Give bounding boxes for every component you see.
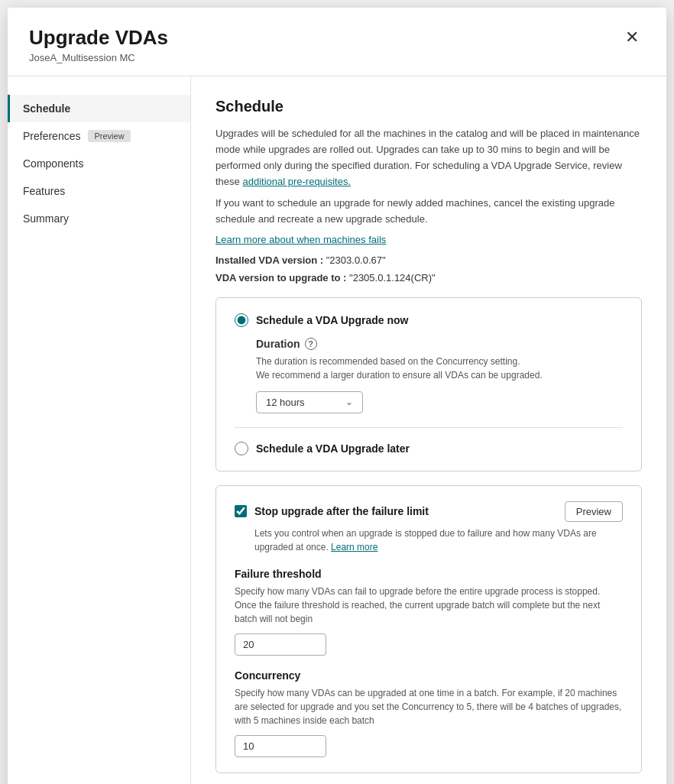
- close-button[interactable]: ✕: [619, 26, 645, 49]
- concurrency-label: Concurrency: [235, 669, 623, 682]
- schedule-now-radio[interactable]: [235, 313, 248, 327]
- duration-help-icon[interactable]: ?: [305, 338, 317, 350]
- upgrade-vda-row: VDA version to upgrade to : "2305.0.1.12…: [215, 272, 642, 283]
- header-text: Upgrade VDAs JoseA_Multisession MC: [29, 26, 168, 63]
- sidebar-item-preferences[interactable]: Preferences Preview: [8, 122, 190, 150]
- sidebar-item-label: Features: [23, 185, 65, 197]
- schedule-card: Schedule a VDA Upgrade now Duration ? Th…: [215, 297, 642, 471]
- installed-vda-row: Installed VDA version : "2303.0.0.67": [215, 254, 642, 266]
- preferences-preview-badge: Preview: [88, 130, 130, 142]
- schedule-now-row: Schedule a VDA Upgrade now: [235, 313, 623, 327]
- description-2: If you want to schedule an upgrade for n…: [215, 196, 642, 228]
- stop-upgrade-preview-button[interactable]: Preview: [565, 501, 623, 522]
- concurrency-section: Concurrency Specify how many VDAs can be…: [235, 669, 623, 757]
- modal-header: Upgrade VDAs JoseA_Multisession MC ✕: [8, 8, 666, 76]
- upgrade-vda-label: VDA version to upgrade to :: [215, 272, 346, 283]
- failure-threshold-input[interactable]: [235, 633, 326, 656]
- sidebar-item-label: Schedule: [23, 102, 70, 115]
- prereq-link[interactable]: additional pre-requisites.: [242, 176, 351, 187]
- schedule-later-row: Schedule a VDA Upgrade later: [235, 442, 623, 455]
- installed-vda-value: "2303.0.0.67": [326, 254, 386, 266]
- modal: Upgrade VDAs JoseA_Multisession MC ✕ Sch…: [8, 8, 666, 784]
- stop-upgrade-learn-more-link[interactable]: Learn more: [331, 542, 378, 552]
- sidebar-item-label: Preferences: [23, 130, 80, 142]
- sidebar-item-features[interactable]: Features: [8, 177, 190, 205]
- modal-title: Upgrade VDAs: [29, 26, 168, 50]
- sidebar: Schedule Preferences Preview Components …: [8, 76, 191, 784]
- section-title: Schedule: [215, 98, 642, 115]
- main-content: Schedule Upgrades will be scheduled for …: [191, 76, 666, 784]
- stop-upgrade-title: Stop upgrade after the failure limit: [254, 505, 429, 517]
- stop-upgrade-header-row: Stop upgrade after the failure limit Pre…: [235, 501, 623, 522]
- duration-select[interactable]: 12 hours ⌄: [256, 391, 363, 413]
- duration-label-row: Duration ?: [256, 338, 623, 350]
- stop-upgrade-card: Stop upgrade after the failure limit Pre…: [215, 485, 642, 773]
- schedule-later-label: Schedule a VDA Upgrade later: [256, 442, 410, 455]
- modal-subtitle: JoseA_Multisession MC: [29, 52, 168, 63]
- duration-desc: The duration is recommended based on the…: [256, 355, 623, 382]
- stop-upgrade-desc: Lets you control when an upgrade is stop…: [254, 526, 623, 554]
- modal-body: Schedule Preferences Preview Components …: [8, 76, 666, 784]
- sidebar-item-label: Components: [23, 157, 83, 170]
- schedule-now-label: Schedule a VDA Upgrade now: [256, 314, 408, 326]
- failure-threshold-label: Failure threshold: [235, 568, 623, 580]
- schedule-later-radio[interactable]: [235, 442, 248, 455]
- concurrency-input[interactable]: [235, 735, 326, 757]
- sidebar-item-schedule[interactable]: Schedule: [8, 95, 190, 122]
- sidebar-item-summary[interactable]: Summary: [8, 205, 190, 232]
- stop-upgrade-checkbox[interactable]: [235, 505, 247, 517]
- chevron-down-icon: ⌄: [345, 397, 353, 407]
- concurrency-desc: Specify how many VDAs can be upgraded at…: [235, 686, 623, 727]
- failure-threshold-section: Failure threshold Specify how many VDAs …: [235, 568, 623, 656]
- stop-upgrade-left: Stop upgrade after the failure limit: [235, 505, 429, 517]
- installed-vda-label: Installed VDA version :: [215, 254, 323, 266]
- learn-more-machines-link[interactable]: Learn more about when machines fails: [215, 234, 642, 245]
- duration-value: 12 hours: [266, 397, 305, 408]
- schedule-divider: [235, 427, 623, 428]
- sidebar-item-label: Summary: [23, 212, 69, 225]
- upgrade-vda-value: "2305.0.1.124(CR)": [349, 272, 436, 283]
- failure-threshold-desc: Specify how many VDAs can fail to upgrad…: [235, 585, 623, 626]
- sidebar-item-components[interactable]: Components: [8, 150, 190, 177]
- description-1: Upgrades will be scheduled for all the m…: [215, 126, 642, 190]
